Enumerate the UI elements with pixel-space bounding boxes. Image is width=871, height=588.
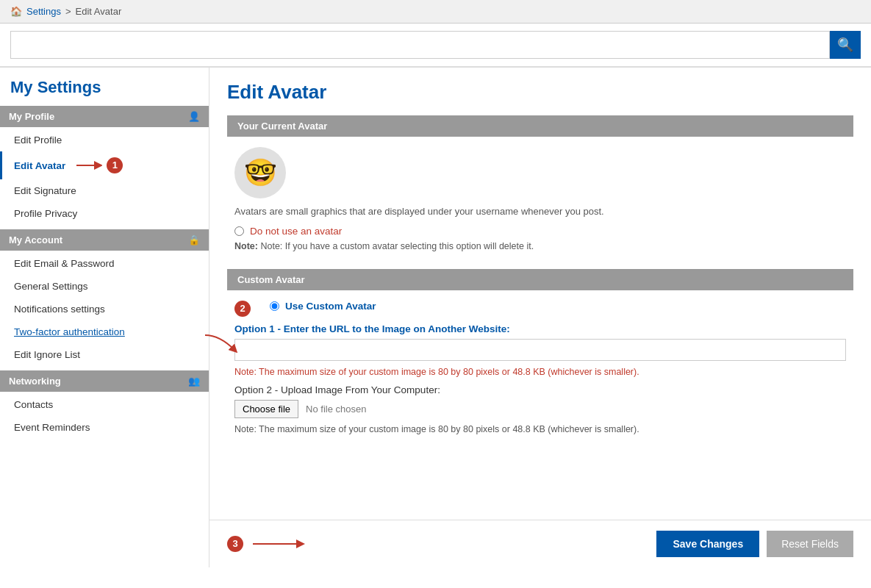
sidebar-item-general-settings[interactable]: General Settings: [0, 275, 209, 298]
sidebar-section-my-account: My Account 🔒: [0, 229, 209, 251]
arrow-annotation-2: [198, 331, 242, 354]
no-avatar-radio-row: Do not use an avatar: [234, 226, 846, 237]
main-layout: My Settings My Profile 👤 Edit Profile Ed…: [0, 68, 871, 567]
search-button[interactable]: 🔍: [830, 31, 861, 59]
person-icon: 👤: [188, 111, 200, 122]
search-input[interactable]: [10, 31, 830, 59]
no-avatar-note: Note: Note: If you have a custom avatar …: [234, 241, 846, 251]
bottom-bar: 3 Save Changes Reset Fields: [209, 520, 871, 567]
no-avatar-label[interactable]: Do not use an avatar: [250, 226, 342, 237]
top-bar: 🏠 Settings > Edit Avatar: [0, 0, 871, 24]
avatar-emoji: 🤓: [244, 157, 277, 188]
note-size: Note: The maximum size of your custom im…: [234, 367, 846, 377]
search-bar: 🔍: [0, 24, 871, 68]
url-input[interactable]: [234, 339, 846, 361]
file-upload-row: Choose file No file chosen: [234, 400, 846, 418]
content-main: Edit Avatar Your Current Avatar 🤓 Avatar…: [209, 68, 871, 520]
network-icon: 👥: [188, 376, 200, 387]
use-custom-radio-row: Use Custom Avatar: [270, 301, 846, 312]
arrow-annotation-3: [249, 537, 308, 551]
note-size2: Note: The maximum size of your custom im…: [234, 424, 846, 434]
sidebar-item-edit-email-password[interactable]: Edit Email & Password: [0, 252, 209, 275]
breadcrumb-current: Edit Avatar: [76, 6, 122, 17]
option1-label: Option 1 - Enter the URL to the Image on…: [234, 323, 846, 334]
reset-button[interactable]: Reset Fields: [767, 531, 853, 557]
arrow-annotation-1: [73, 159, 102, 172]
use-custom-label[interactable]: Use Custom Avatar: [285, 301, 376, 312]
sidebar-item-edit-ignore-list[interactable]: Edit Ignore List: [0, 343, 209, 366]
sidebar-item-edit-avatar[interactable]: Edit Avatar 1: [0, 151, 209, 179]
no-file-text: No file chosen: [306, 404, 366, 415]
custom-avatar-section-body: 2 Use Custom Avatar Option 1 - Enter the…: [227, 301, 853, 452]
save-button[interactable]: Save Changes: [656, 531, 759, 557]
custom-avatar-section-header: Custom Avatar: [227, 269, 853, 290]
option2-label: Option 2 - Upload Image From Your Comput…: [234, 384, 846, 395]
sidebar-section-label-account: My Account: [9, 234, 62, 245]
use-custom-radio[interactable]: [270, 301, 279, 311]
sidebar-item-two-factor[interactable]: Two-factor authentication: [0, 320, 209, 343]
annotation-2-row: 2 Use Custom Avatar: [234, 301, 846, 316]
sidebar-item-notifications-settings[interactable]: Notifications settings: [0, 298, 209, 320]
breadcrumb-separator: >: [65, 6, 71, 17]
sidebar-item-contacts[interactable]: Contacts: [0, 393, 209, 416]
current-avatar-section-body: 🤓 Avatars are small graphics that are di…: [227, 147, 853, 269]
annotation-badge-1: 1: [107, 157, 123, 173]
sidebar-title: My Settings: [0, 78, 209, 106]
annotation-3-wrap: 3: [227, 536, 308, 552]
avatar-description: Avatars are small graphics that are disp…: [234, 206, 846, 217]
annotation-badge-3: 3: [227, 536, 243, 552]
sidebar-section-label-profile: My Profile: [9, 111, 54, 122]
sidebar-item-profile-privacy[interactable]: Profile Privacy: [0, 202, 209, 225]
sidebar-section-label-networking: Networking: [9, 376, 61, 387]
page-title: Edit Avatar: [227, 81, 853, 104]
current-avatar-section-header: Your Current Avatar: [227, 115, 853, 137]
sidebar-section-my-profile: My Profile 👤: [0, 106, 209, 127]
breadcrumb-home[interactable]: Settings: [26, 6, 61, 17]
choose-file-button[interactable]: Choose file: [234, 400, 298, 418]
sidebar-item-event-reminders[interactable]: Event Reminders: [0, 416, 209, 439]
content-area: Edit Avatar Your Current Avatar 🤓 Avatar…: [209, 68, 871, 567]
annotation-badge-2: 2: [234, 301, 251, 317]
sidebar-section-networking: Networking 👥: [0, 370, 209, 392]
url-input-wrap: [234, 339, 846, 361]
lock-icon: 🔒: [188, 234, 200, 245]
sidebar-item-edit-profile[interactable]: Edit Profile: [0, 129, 209, 151]
no-avatar-radio[interactable]: [234, 226, 244, 236]
home-icon: 🏠: [10, 6, 22, 17]
avatar-image: 🤓: [234, 147, 286, 198]
sidebar: My Settings My Profile 👤 Edit Profile Ed…: [0, 68, 209, 567]
sidebar-item-edit-signature[interactable]: Edit Signature: [0, 179, 209, 202]
